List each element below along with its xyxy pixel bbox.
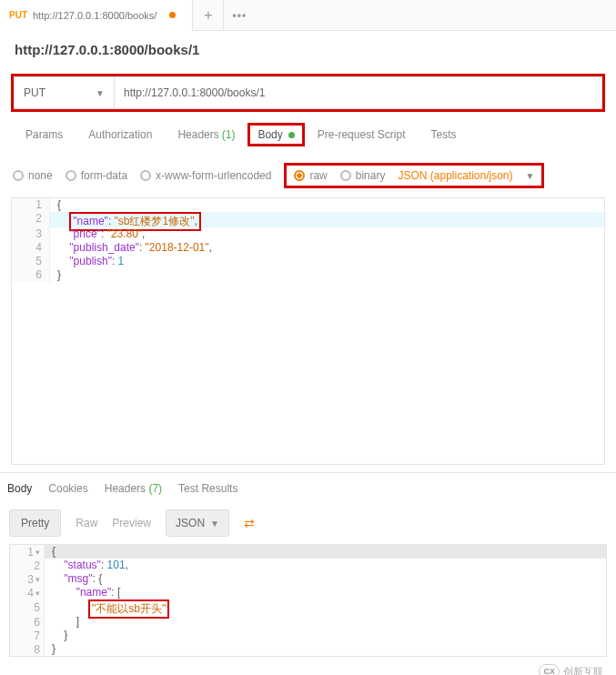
raw-button[interactable]: Raw [76,517,97,529]
code-line: "publish": 1 [50,255,604,268]
request-subtabs: Params Authorization Headers (1) Body Pr… [0,112,616,157]
body-binary-radio[interactable]: binary [340,169,386,182]
pretty-button[interactable]: Pretty [9,509,61,537]
format-select[interactable]: JSON▼ [166,509,229,537]
code-line: ] [45,615,606,629]
preview-button[interactable]: Preview [112,517,151,529]
brand-icon: CX [539,664,560,675]
body-active-dot-icon [288,132,295,138]
tab-url-label: http://127.0.0.1:8000/books/ [33,10,157,21]
request-title: http://127.0.0.1:8000/books/1 [0,31,616,68]
chevron-down-icon: ▼ [210,519,219,529]
tab-headers[interactable]: Headers (1) [165,119,247,150]
code-line: } [45,642,606,656]
chevron-down-icon[interactable]: ▼ [526,171,535,181]
code-line: "price": "23.80", [50,227,604,241]
body-type-row: none form-data x-www-form-urlencoded raw… [0,157,616,194]
tab-overflow-button[interactable]: ••• [224,0,255,31]
response-view-row: Pretty Raw Preview JSON▼ ⇄ [0,504,616,542]
code-line: "publish_date": "2018-12-01", [50,241,604,255]
body-xform-radio[interactable]: x-www-form-urlencoded [140,169,271,182]
wrap-icon[interactable]: ⇄ [244,516,255,530]
code-line: } [45,629,606,642]
code-line: "name": "sb红楼梦1修改", [50,212,604,227]
response-tabs: Body Cookies Headers (7) Test Results [0,472,616,504]
tab-tests[interactable]: Tests [418,119,469,150]
tab-method-label: PUT [9,10,27,20]
headers-count: (1) [222,128,236,141]
code-line: } [50,268,604,282]
resp-tab-body[interactable]: Body [7,482,32,495]
code-line: "不能以sb开头" [45,599,606,615]
brand-label: 创新互联 [563,665,603,676]
tab-body-label: Body [258,128,282,141]
code-line: "msg": { [45,572,606,586]
code-line: { [50,198,604,212]
radio-icon [140,170,151,181]
url-input[interactable]: http://127.0.0.1:8000/books/1 [114,76,602,109]
chevron-down-icon: ▼ [96,88,105,98]
radio-icon [340,170,351,181]
tab-params[interactable]: Params [13,119,76,150]
content-type-select[interactable]: JSON (application/json) [398,169,512,182]
tab-authorization[interactable]: Authorization [76,119,165,150]
radio-icon [13,170,24,181]
brand-watermark: CX 创新互联 [539,664,603,675]
url-value: http://127.0.0.1:8000/books/1 [124,86,265,99]
footer: CX 创新互联 [0,657,616,675]
body-none-radio[interactable]: none [13,169,53,182]
radio-selected-icon [294,170,305,181]
code-line: "name": [ [45,586,606,599]
tab-headers-label: Headers [177,128,218,141]
resp-headers-count: (7) [148,482,162,495]
body-formdata-radio[interactable]: form-data [66,169,127,182]
body-raw-radio[interactable]: raw [294,169,327,182]
code-line: "status": 101, [45,559,606,572]
tab-body-active[interactable]: Body [247,123,304,146]
resp-tab-cookies[interactable]: Cookies [48,482,87,495]
method-select[interactable]: PUT ▼ [14,76,114,109]
resp-tab-headers[interactable]: Headers (7) [105,482,162,495]
top-tabs-bar: PUT http://127.0.0.1:8000/books/ + ••• [0,0,616,31]
unsaved-dot-icon [169,12,176,18]
new-tab-button[interactable]: + [193,0,224,31]
code-line: { [45,545,606,559]
request-tab[interactable]: PUT http://127.0.0.1:8000/books/ [0,0,193,31]
request-line: PUT ▼ http://127.0.0.1:8000/books/1 [11,74,605,112]
method-value: PUT [24,86,45,99]
resp-tab-results[interactable]: Test Results [178,482,237,495]
radio-icon [66,170,76,181]
response-body-editor[interactable]: 1▾{ 2 "status": 101, 3▾ "msg": { 4▾ "nam… [9,544,607,657]
tab-prerequest[interactable]: Pre-request Script [305,119,419,150]
body-active-group: raw binary JSON (application/json) ▼ [284,163,544,188]
request-body-editor[interactable]: 1{ 2 "name": "sb红楼梦1修改", 3 "price": "23.… [11,197,605,465]
